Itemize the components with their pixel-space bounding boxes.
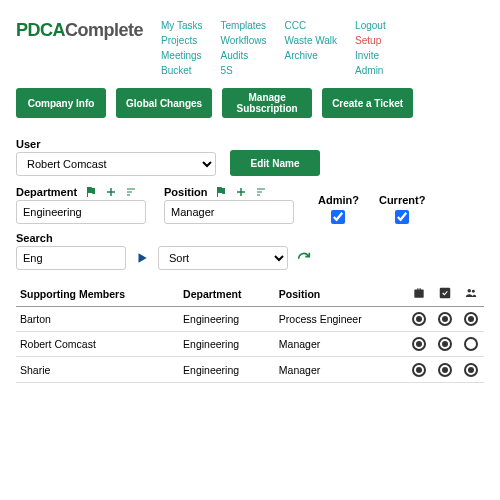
col-checkbox (432, 282, 458, 307)
cell-name: Sharie (16, 357, 179, 382)
radio-group[interactable] (464, 312, 478, 326)
cell-position: Process Engineer (275, 307, 406, 332)
nav-link-5s[interactable]: 5S (221, 65, 267, 76)
nav-link-setup[interactable]: Setup (355, 35, 386, 46)
col-department: Department (179, 282, 275, 307)
current-checkbox[interactable] (395, 210, 409, 224)
svg-point-2 (472, 290, 475, 293)
radio-briefcase[interactable] (412, 337, 426, 351)
cell-name: Barton (16, 307, 179, 332)
current-label: Current? (379, 194, 425, 206)
svg-point-1 (468, 289, 472, 293)
edit-name-button[interactable]: Edit Name (230, 150, 320, 176)
col-group (458, 282, 484, 307)
cell-name: Robert Comcast (16, 332, 179, 357)
nav-link-waste-walk[interactable]: Waste Walk (284, 35, 337, 46)
col-position: Position (275, 282, 406, 307)
radio-briefcase[interactable] (412, 363, 426, 377)
radio-checkbox[interactable] (438, 363, 452, 377)
top-nav: My TasksProjectsMeetingsBucket Templates… (161, 20, 386, 76)
admin-checkbox[interactable] (331, 210, 345, 224)
nav-link-logout[interactable]: Logout (355, 20, 386, 31)
cell-position: Manager (275, 332, 406, 357)
nav-link-bucket[interactable]: Bucket (161, 65, 203, 76)
flag-icon[interactable] (215, 186, 227, 198)
radio-checkbox[interactable] (438, 337, 452, 351)
search-input[interactable] (16, 246, 126, 270)
col-briefcase (406, 282, 432, 307)
nav-link-templates[interactable]: Templates (221, 20, 267, 31)
table-row: Robert ComcastEngineeringManager (16, 332, 484, 357)
cell-department: Engineering (179, 332, 275, 357)
cell-position: Manager (275, 357, 406, 382)
position-input[interactable] (164, 200, 294, 224)
create-ticket-button[interactable]: Create a Ticket (322, 88, 413, 118)
flag-icon[interactable] (85, 186, 97, 198)
radio-briefcase[interactable] (412, 312, 426, 326)
nav-link-archive[interactable]: Archive (284, 50, 337, 61)
app-logo: PDCAComplete (16, 20, 143, 41)
sort-select[interactable]: Sort (158, 246, 288, 270)
table-row: BartonEngineeringProcess Engineer (16, 307, 484, 332)
position-label: Position (164, 186, 207, 198)
admin-label: Admin? (318, 194, 359, 206)
search-label: Search (16, 232, 126, 244)
plus-icon[interactable] (105, 186, 117, 198)
cell-department: Engineering (179, 357, 275, 382)
company-info-button[interactable]: Company Info (16, 88, 106, 118)
manage-subscription-button[interactable]: ManageSubscription (222, 88, 312, 118)
department-label: Department (16, 186, 77, 198)
nav-link-meetings[interactable]: Meetings (161, 50, 203, 61)
nav-link-my-tasks[interactable]: My Tasks (161, 20, 203, 31)
refresh-icon[interactable] (296, 250, 312, 266)
sort-list-icon[interactable] (125, 186, 137, 198)
table-row: SharieEngineeringManager (16, 357, 484, 382)
radio-checkbox[interactable] (438, 312, 452, 326)
radio-group[interactable] (464, 337, 478, 351)
nav-link-audits[interactable]: Audits (221, 50, 267, 61)
radio-group[interactable] (464, 363, 478, 377)
user-label: User (16, 138, 216, 150)
play-icon[interactable] (134, 250, 150, 266)
nav-link-invite[interactable]: Invite (355, 50, 386, 61)
nav-link-projects[interactable]: Projects (161, 35, 203, 46)
department-input[interactable] (16, 200, 146, 224)
sort-list-icon[interactable] (255, 186, 267, 198)
svg-rect-0 (440, 288, 451, 299)
cell-department: Engineering (179, 307, 275, 332)
members-table: Supporting Members Department Position B… (16, 282, 484, 383)
nav-link-admin[interactable]: Admin (355, 65, 386, 76)
plus-icon[interactable] (235, 186, 247, 198)
nav-link-ccc[interactable]: CCC (284, 20, 337, 31)
col-supporting-members: Supporting Members (16, 282, 179, 307)
global-changes-button[interactable]: Global Changes (116, 88, 212, 118)
user-select[interactable]: Robert Comcast (16, 152, 216, 176)
nav-link-workflows[interactable]: Workflows (221, 35, 267, 46)
